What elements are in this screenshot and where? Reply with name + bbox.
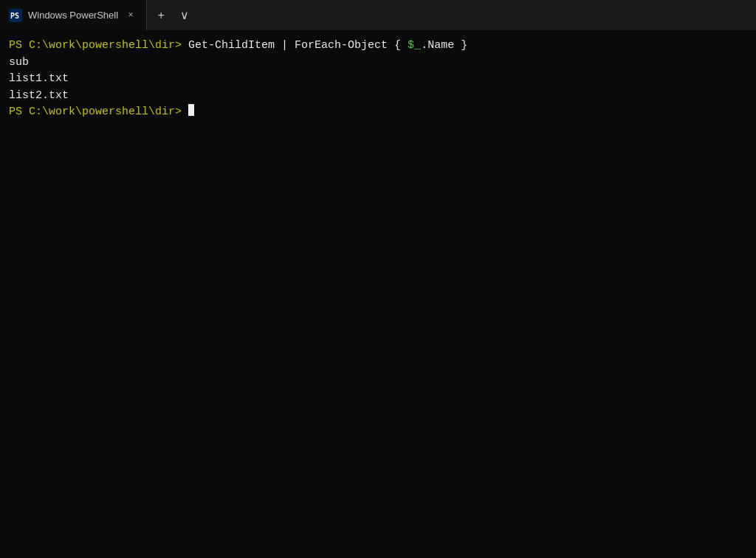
variable-text: $_ [408,38,421,55]
svg-text:PS: PS [10,12,19,20]
dropdown-button[interactable]: ∨ [173,4,196,27]
output-line-2: list1.txt [9,71,747,88]
titlebar: PS Windows PowerShell × + ∨ [0,0,756,30]
prompt-1: PS C:\work\powershell\dir> [9,38,182,55]
new-tab-button[interactable]: + [150,4,172,27]
terminal-window[interactable]: PS C:\work\powershell\dir> Get-ChildItem… [0,30,756,558]
command-line: PS C:\work\powershell\dir> Get-ChildItem… [9,38,747,55]
titlebar-controls: + ∨ [147,0,199,30]
command-text: Get-ChildItem | ForEach-Object { [182,38,408,55]
active-tab[interactable]: PS Windows PowerShell × [0,0,147,30]
current-prompt-line: PS C:\work\powershell\dir> [9,104,747,121]
powershell-icon: PS [9,9,22,22]
prompt-space [182,104,188,121]
output-line-3: list2.txt [9,88,747,105]
command-end: .Name } [421,38,467,55]
prompt-2: PS C:\work\powershell\dir> [9,104,182,121]
cursor [188,104,194,116]
close-tab-button[interactable]: × [124,9,137,22]
tab-label: Windows PowerShell [28,10,118,21]
output-line-1: sub [9,55,747,72]
